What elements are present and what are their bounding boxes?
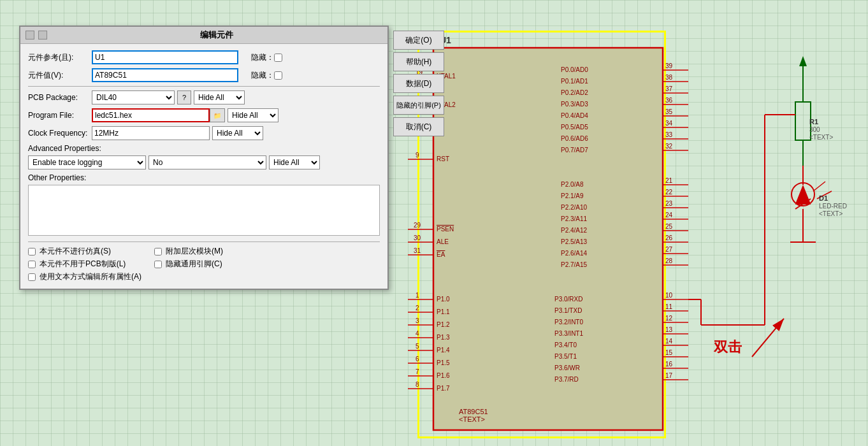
no-simulate-label: 本元件不进行仿真(S): [40, 246, 111, 257]
hidden-pins-button[interactable]: 隐藏的引脚(P): [393, 96, 444, 115]
add-hierarchy-checkbox[interactable]: [154, 248, 162, 255]
program-hide-all-select[interactable]: Hide All Show All: [228, 108, 278, 122]
other-props-textarea[interactable]: [28, 185, 380, 236]
program-file-row: Program File: 📁 Hide All Show All: [28, 108, 380, 122]
hide-checkbox-2[interactable]: [274, 71, 282, 80]
use-text-label: 使用文本方式编辑所有属性(A): [40, 271, 141, 282]
browse-icon: 📁: [213, 112, 221, 119]
advanced-select-2[interactable]: No Yes: [148, 155, 266, 169]
hide-label-1: 隐藏：: [251, 52, 274, 63]
program-file-input[interactable]: [92, 108, 210, 122]
no-pcb-checkbox[interactable]: [28, 261, 36, 268]
component-ref-label: 元件参考(且):: [28, 52, 92, 63]
clock-freq-input[interactable]: [92, 126, 210, 140]
pcb-package-label: PCB Package:: [28, 93, 92, 102]
component-ref-input[interactable]: [92, 50, 238, 64]
component-val-row: 元件值(V): 隐藏：: [28, 68, 380, 82]
use-text-checkbox[interactable]: [28, 273, 36, 281]
pcb-package-select[interactable]: DIL40: [92, 90, 175, 104]
left-checkboxes: 本元件不进行仿真(S) 本元件不用于PCB制版(L) 使用文本方式编辑所有属性(…: [28, 246, 141, 282]
dialog-buttons-panel: 确定(O) 帮助(H) 数据(D) 隐藏的引脚(P) 取消(C): [393, 31, 444, 136]
other-props-label: Other Properties:: [28, 173, 380, 182]
hide-label-2: 隐藏：: [251, 70, 274, 81]
add-hierarchy-row: 附加层次模块(M): [154, 246, 223, 257]
edit-component-dialog: 编辑元件 元件参考(且): 隐藏： 元件值(V): 隐藏： PCB Packag…: [19, 25, 389, 290]
clock-hide-all-select[interactable]: Hide All Show All: [212, 126, 263, 140]
data-button[interactable]: 数据(D): [393, 74, 444, 93]
no-simulate-row: 本元件不进行仿真(S): [28, 246, 141, 257]
right-checkboxes: 附加层次模块(M) 隐藏通用引脚(C): [154, 246, 223, 282]
advanced-props-row: Enable trace logging No Yes Hide All Sho…: [28, 155, 380, 169]
advanced-select-1[interactable]: Enable trace logging: [28, 155, 146, 169]
add-hierarchy-label: 附加层次模块(M): [166, 246, 223, 257]
hide-pins-label: 隐藏通用引脚(C): [166, 259, 222, 270]
hide-checkbox-1-area: [274, 54, 282, 62]
clock-freq-row: Clock Frequency: Hide All Show All: [28, 126, 380, 140]
dialog-body: 元件参考(且): 隐藏： 元件值(V): 隐藏： PCB Package: DI…: [20, 44, 387, 289]
checkboxes-section: 本元件不进行仿真(S) 本元件不用于PCB制版(L) 使用文本方式编辑所有属性(…: [28, 246, 380, 282]
titlebar-btn1[interactable]: [25, 31, 34, 40]
cancel-button[interactable]: 取消(C): [393, 117, 444, 136]
hide-pins-checkbox[interactable]: [154, 261, 162, 268]
dialog-titlebar: 编辑元件: [20, 27, 387, 44]
no-simulate-checkbox[interactable]: [28, 248, 36, 255]
clock-freq-label: Clock Frequency:: [28, 129, 92, 138]
advanced-props-label: Advanced Properties:: [28, 144, 380, 153]
program-file-label: Program File:: [28, 111, 92, 120]
hide-checkbox-1[interactable]: [274, 54, 282, 62]
hide-pins-row: 隐藏通用引脚(C): [154, 259, 223, 270]
component-val-label: 元件值(V):: [28, 70, 92, 81]
dialog-title: 编辑元件: [51, 29, 382, 41]
use-text-row: 使用文本方式编辑所有属性(A): [28, 271, 141, 282]
hide-checkbox-2-area: [274, 71, 282, 80]
pcb-hide-all-select[interactable]: Hide All Show All: [194, 90, 245, 104]
titlebar-btn2[interactable]: [38, 31, 47, 40]
no-pcb-row: 本元件不用于PCB制版(L): [28, 259, 141, 270]
ok-button[interactable]: 确定(O): [393, 31, 444, 50]
pcb-package-row: PCB Package: DIL40 ? Hide All Show All: [28, 90, 380, 104]
browse-button[interactable]: 📁: [210, 108, 225, 122]
no-pcb-label: 本元件不用于PCB制版(L): [40, 259, 126, 270]
advanced-hide-all-select[interactable]: Hide All Show All: [269, 155, 320, 169]
component-ref-row: 元件参考(且): 隐藏：: [28, 50, 380, 64]
annotation-double-click: 双击: [714, 338, 742, 357]
pcb-question-button[interactable]: ?: [177, 90, 191, 104]
help-button[interactable]: 帮助(H): [393, 52, 444, 71]
component-val-input[interactable]: [92, 68, 238, 82]
